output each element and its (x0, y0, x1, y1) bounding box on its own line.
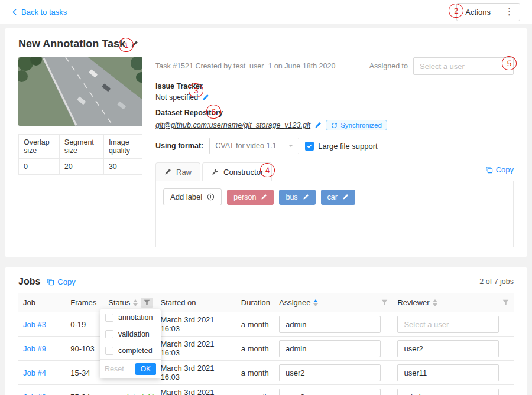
task-meta-row: Task #1521 Created by test_user_1 on Jun… (155, 57, 514, 75)
filter-option-completed[interactable]: completed (100, 342, 161, 359)
task-content-row: Overlap size Segment size Image quality … (18, 57, 514, 247)
filter-ok-button[interactable]: OK (135, 363, 156, 375)
col-job: Job (18, 293, 66, 312)
actions-button[interactable]: Actions ⋮ (456, 3, 520, 21)
job-link[interactable]: Job #9 (23, 344, 46, 353)
label-pill-car-name: car (327, 193, 338, 201)
checkbox-unchecked-icon[interactable] (105, 330, 113, 338)
sync-icon (331, 122, 338, 129)
jobs-card: Jobs Copy 2 of 7 jobs Job Frames Status (5, 267, 527, 395)
synchronized-badge: Synchronized (326, 120, 387, 130)
col-frames: Frames (66, 293, 103, 312)
pencil-icon (164, 168, 171, 175)
label-pill-person-name: person (233, 193, 256, 201)
job-reviewer-input[interactable] (397, 389, 499, 395)
params-header-row: Overlap size Segment size Image quality (19, 135, 142, 159)
col-duration: Duration (236, 293, 274, 312)
back-to-tasks-link[interactable]: Back to tasks (12, 8, 67, 17)
job-frames: 15-34 (66, 361, 103, 385)
issue-tracker-block: Issue Tracker Not specified (155, 82, 514, 102)
assignee-sort-icon[interactable] (313, 299, 318, 306)
status-filter-icon[interactable] (141, 298, 153, 308)
params-value-quality: 30 (103, 159, 142, 175)
jobs-title: Jobs (18, 276, 40, 287)
select-caret-icon (288, 145, 293, 147)
edit-label-pencil-icon[interactable] (342, 194, 349, 200)
col-assignee-label: Assignee (279, 298, 310, 307)
job-duration: a month (236, 385, 274, 395)
edit-label-pencil-icon[interactable] (303, 194, 309, 200)
filter-reset-button[interactable]: Reset (105, 365, 124, 373)
col-status-label: Status (108, 298, 130, 307)
format-select[interactable]: CVAT for video 1.1 (209, 138, 299, 154)
filter-option-validation[interactable]: validation (100, 326, 161, 342)
labels-row: Add label person bus (163, 188, 506, 205)
large-file-support-checkbox[interactable]: Large file support (305, 142, 377, 151)
task-left-column: Overlap size Segment size Image quality … (18, 57, 142, 247)
task-params-table: Overlap size Segment size Image quality … (18, 134, 142, 175)
edit-repository-pencil-icon[interactable] (314, 122, 322, 129)
status-sort-icon[interactable] (133, 299, 138, 306)
job-started: March 3rd 2021 16:03 (156, 312, 236, 337)
filter-option-annotation[interactable]: annotation (100, 309, 161, 326)
job-link[interactable]: Job #4 (23, 368, 46, 377)
job-frames: 0-19 (66, 312, 103, 337)
edit-label-pencil-icon[interactable] (261, 194, 267, 200)
tab-raw-label: Raw (176, 168, 192, 177)
dataset-repository-url[interactable]: git@github.com:username/git_storage_v123… (155, 121, 310, 129)
kebab-menu-icon[interactable]: ⋮ (499, 4, 520, 21)
checkbox-unchecked-icon[interactable] (105, 314, 113, 322)
jobs-copy-label: Copy (57, 278, 75, 286)
task-title-row: New Annotation Task (18, 37, 514, 51)
checkbox-unchecked-icon[interactable] (105, 347, 113, 355)
assignee-filter-icon[interactable] (381, 299, 388, 306)
task-preview-image (18, 57, 142, 126)
labels-copy-label: Copy (496, 165, 514, 174)
col-started: Started on (156, 293, 236, 312)
copy-icon (47, 278, 54, 286)
job-assignee-input[interactable] (279, 364, 381, 381)
label-pill-person[interactable]: person (227, 190, 274, 205)
large-file-support-label: Large file support (318, 142, 377, 151)
params-value-overlap: 0 (19, 159, 60, 175)
jobs-count: 2 of 7 jobs (479, 278, 514, 286)
edit-issue-tracker-pencil-icon[interactable] (202, 94, 209, 101)
job-assignee-input[interactable] (279, 316, 381, 333)
filter-option-label: validation (118, 330, 150, 338)
label-pill-bus[interactable]: bus (279, 190, 315, 205)
params-value-segment: 20 (59, 159, 103, 175)
tab-raw[interactable]: Raw (155, 162, 200, 181)
task-meta-text: Task #1521 Created by test_user_1 on Jun… (155, 62, 335, 70)
labels-tabs-bar: Raw Constructor Copy (155, 162, 514, 181)
reviewer-sort-icon[interactable] (433, 299, 437, 306)
assigned-to-label: Assigned to (369, 62, 408, 70)
labels-copy-button[interactable]: Copy (485, 165, 514, 178)
assigned-to-group: Assigned to (369, 57, 514, 75)
copy-icon (485, 166, 493, 174)
label-pill-bus-name: bus (286, 193, 297, 201)
tab-constructor-label: Constructor (223, 168, 263, 177)
job-started: March 3rd 2021 16:03 (156, 385, 236, 395)
job-reviewer-input[interactable] (397, 316, 499, 333)
job-duration: a month (236, 312, 274, 337)
job-duration: a month (236, 337, 274, 361)
job-duration: a month (236, 361, 274, 385)
job-reviewer-input[interactable] (397, 340, 499, 357)
task-assignee-input[interactable] (413, 57, 514, 75)
job-started: March 3rd 2021 16:03 (156, 337, 236, 361)
job-frames: 75-94 (66, 385, 103, 395)
reviewer-filter-icon[interactable] (502, 299, 509, 306)
label-pill-car[interactable]: car (321, 190, 355, 205)
job-link[interactable]: Job #3 (23, 320, 46, 329)
jobs-header: Jobs Copy 2 of 7 jobs (18, 275, 514, 289)
job-assignee-input[interactable] (279, 389, 381, 395)
task-right-column: Task #1521 Created by test_user_1 on Jun… (155, 57, 514, 247)
job-link[interactable]: Job #8 (23, 393, 46, 395)
filter-option-label: annotation (118, 314, 153, 322)
add-label-button[interactable]: Add label (163, 188, 222, 205)
params-header-quality: Image quality (103, 135, 142, 159)
job-assignee-input[interactable] (279, 340, 381, 357)
checkbox-checked-icon (305, 142, 314, 151)
job-reviewer-input[interactable] (397, 364, 499, 381)
jobs-copy-button[interactable]: Copy (47, 278, 75, 286)
